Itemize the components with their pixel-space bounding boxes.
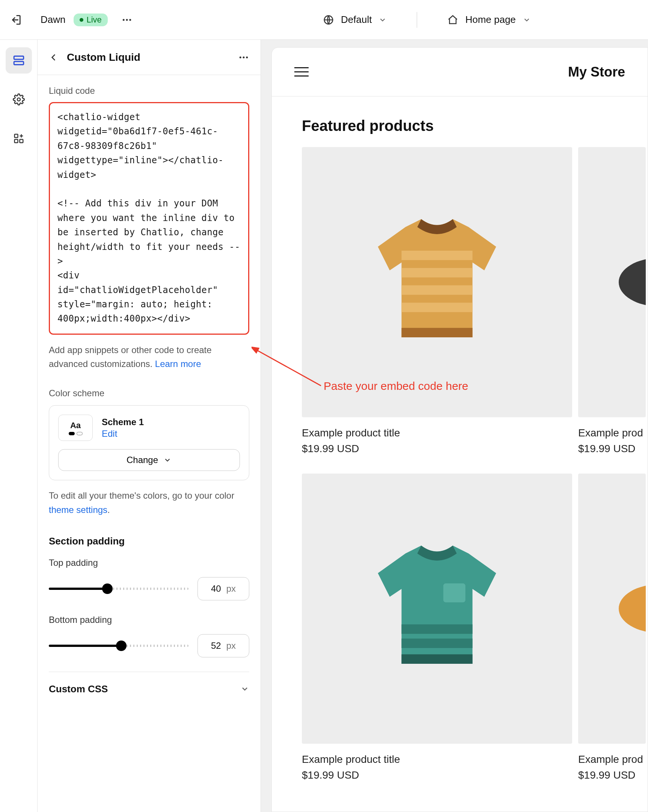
top-padding-value[interactable]: 40 px [197,577,249,600]
theme-colors-help: To edit all your theme's colors, go to y… [49,488,249,516]
theme-name: Dawn [41,14,65,26]
svg-point-1 [126,19,128,21]
page-label: Home page [465,14,515,26]
svg-rect-19 [402,624,473,634]
live-badge: Live [73,14,107,26]
change-scheme-button[interactable]: Change [58,449,240,471]
viewport-label: Default [341,14,372,26]
topbar-center: Default Home page [323,0,531,40]
svg-rect-20 [402,639,473,648]
svg-rect-18 [443,583,466,602]
svg-point-6 [17,98,20,101]
bottom-padding-block: Bottom padding 52 px [49,615,249,658]
scheme-swatch: Aa [58,415,93,441]
annotation-text: Paste your embed code here [324,380,468,392]
color-scheme-card: Aa Scheme 1 Edit Change [49,405,249,480]
product-price: $19.99 USD [302,769,572,781]
preview-wrap: My Store Featured products [261,40,648,812]
product-price: $19.99 USD [578,769,646,781]
custom-css-accordion[interactable]: Custom CSS [49,672,249,706]
sidebar-body: Liquid code <chatlio-widget widgetid="0b… [38,75,261,812]
sidebar-header: Custom Liquid [38,40,261,75]
bottom-padding-slider[interactable] [49,645,188,647]
svg-point-0 [123,19,125,21]
left-rail [0,40,38,812]
svg-rect-7 [14,134,18,138]
product-card[interactable]: Example product title $19.99 USD [302,473,572,781]
product-image [578,473,646,744]
svg-rect-8 [20,140,23,143]
rail-settings-icon[interactable] [6,86,32,113]
product-image [302,147,572,417]
featured-heading: Featured products [272,96,648,147]
svg-point-12 [246,56,248,58]
back-icon[interactable] [49,52,58,62]
panel-title: Custom Liquid [67,51,141,63]
preview-header: My Store [272,48,648,96]
product-title: Example prod [578,427,646,439]
liquid-code-label: Liquid code [49,85,249,96]
scheme-edit-link[interactable]: Edit [102,429,144,439]
viewport-selector[interactable]: Default [323,14,387,26]
product-price: $19.99 USD [578,443,646,455]
svg-rect-17 [402,328,473,337]
rail-sections-icon[interactable] [6,47,32,73]
product-image [302,473,572,744]
svg-rect-4 [14,56,24,60]
svg-rect-9 [14,140,18,143]
preview-frame: My Store Featured products [271,47,648,812]
liquid-code-input[interactable]: <chatlio-widget widgetid="0ba6d1f7-0ef5-… [49,102,249,335]
chevron-down-icon [523,16,531,24]
product-image [578,147,646,417]
product-card[interactable]: Example product title $19.99 USD [302,147,572,455]
svg-rect-15 [402,285,473,295]
chevron-down-icon [163,456,171,464]
svg-point-23 [619,584,646,633]
top-padding-label: Top padding [49,558,249,568]
learn-more-link[interactable]: Learn more [155,359,201,369]
svg-rect-21 [402,655,473,664]
svg-point-2 [129,19,131,21]
product-title: Example product title [302,754,572,765]
hamburger-icon[interactable] [294,67,309,76]
scheme-name: Scheme 1 [102,417,144,427]
bottom-padding-label: Bottom padding [49,615,249,625]
separator [417,12,417,28]
svg-rect-16 [402,303,473,312]
top-padding-block: Top padding 40 px [49,558,249,600]
svg-point-11 [243,56,245,58]
product-card[interactable]: Example prod $19.99 USD [578,473,646,781]
rail-apps-icon[interactable] [6,125,32,152]
svg-rect-14 [402,268,473,277]
page-selector[interactable]: Home page [447,14,530,26]
color-scheme-label: Color scheme [49,388,249,398]
sidebar-panel: Custom Liquid Liquid code <chatlio-widge… [38,40,261,812]
svg-point-22 [619,258,646,307]
bottom-padding-value[interactable]: 52 px [197,634,249,658]
top-padding-slider[interactable] [49,588,188,590]
liquid-help-text: Add app snippets or other code to create… [49,343,249,371]
product-price: $19.99 USD [302,443,572,455]
chevron-down-icon [240,684,249,693]
chevron-down-icon [378,16,387,24]
product-title: Example product title [302,427,572,439]
exit-icon[interactable] [8,14,24,26]
product-title: Example prod [578,754,646,765]
section-padding-heading: Section padding [49,536,249,547]
panel-more-icon[interactable] [238,52,249,63]
svg-rect-13 [402,251,473,260]
svg-point-10 [240,56,241,58]
topbar: Dawn Live Default Home page [0,0,648,40]
store-title: My Store [568,64,625,80]
more-actions-icon[interactable] [121,14,133,26]
product-card[interactable]: Example prod $19.99 USD [578,147,646,455]
theme-settings-link[interactable]: theme settings [49,505,107,515]
svg-rect-5 [14,61,24,65]
